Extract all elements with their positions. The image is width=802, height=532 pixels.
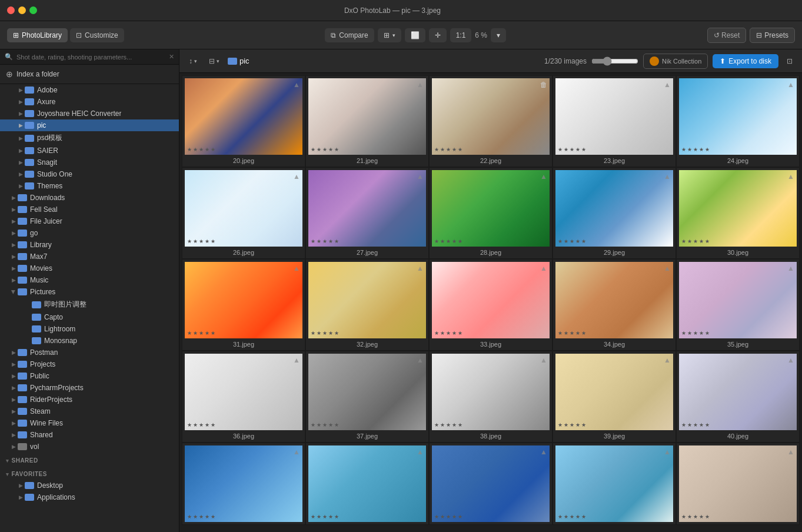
photo-cell[interactable]: ▲★★★★★ xyxy=(182,443,305,525)
photo-thumbnail: ▲★★★★★ xyxy=(432,262,550,338)
minimize-button[interactable] xyxy=(18,6,26,14)
sidebar-item-psd[interactable]: ▶ psd模板 xyxy=(0,131,179,145)
photo-cell[interactable]: ▲★★★★★29.jpeg xyxy=(553,167,676,259)
index-folder-button[interactable]: ⊕ Index a folder xyxy=(0,65,179,84)
photo-cell[interactable]: ▲★★★★★20.jpeg xyxy=(182,75,305,167)
fit-button[interactable]: ✛ xyxy=(429,28,447,42)
sidebar-item-pic[interactable]: ▶ pic xyxy=(0,119,179,131)
photo-badge-icon: ▲ xyxy=(664,264,671,272)
zoom-1to1-button[interactable]: 1:1 xyxy=(450,28,472,42)
photo-cell[interactable]: 🗑★★★★★22.jpeg xyxy=(429,75,553,167)
export-button[interactable]: ⬆ Export to disk xyxy=(713,54,778,68)
view-mode-button[interactable]: ⊞ ▾ xyxy=(378,28,401,42)
sidebar-item-riderprojects[interactable]: ▶ RiderProjects xyxy=(0,394,179,405)
photo-thumbnail: ▲★★★★★ xyxy=(185,78,302,155)
sidebar-item-monosnap[interactable]: Monosnap xyxy=(0,335,179,347)
sidebar-item-lightroom[interactable]: Lightroom xyxy=(0,323,179,335)
photo-cell[interactable]: ▲★★★★★23.jpeg xyxy=(553,75,676,167)
photo-cell[interactable]: ▲★★★★★ xyxy=(676,443,800,525)
reset-button[interactable]: ↺ Reset xyxy=(707,28,747,43)
sidebar-item-applications[interactable]: ▶ Applications xyxy=(0,491,179,503)
sidebar-item-winefiles[interactable]: ▶ Wine Files xyxy=(0,417,179,429)
photo-cell[interactable]: ▲★★★★★38.jpeg xyxy=(429,351,553,443)
customize-tab[interactable]: ⊡ Customize xyxy=(70,28,124,42)
folder-icon xyxy=(18,277,27,284)
folder-icon xyxy=(25,110,34,117)
photo-cell[interactable]: ▲★★★★★26.jpeg xyxy=(182,167,305,259)
sidebar-item-pictures[interactable]: ▶ Pictures xyxy=(0,286,179,298)
photo-cell[interactable]: ▲★★★★★40.jpeg xyxy=(676,351,800,443)
presets-icon: ⊟ xyxy=(756,31,762,39)
sidebar-item-movies[interactable]: ▶ Movies xyxy=(0,262,179,274)
photo-cell[interactable]: ▲★★★★★34.jpeg xyxy=(553,259,676,351)
sidebar-item-steam[interactable]: ▶ Steam xyxy=(0,405,179,417)
sidebar-item-pycharmprojects[interactable]: ▶ PycharmProjects xyxy=(0,382,179,394)
sort-button[interactable]: ↕ ▾ xyxy=(185,55,201,67)
sidebar-item-projects[interactable]: ▶ Projects xyxy=(0,358,179,370)
sidebar-item-filejuicer[interactable]: ▶ File Juicer xyxy=(0,215,179,227)
sidebar-item-max7[interactable]: ▶ Max7 xyxy=(0,251,179,262)
sidebar-item-go[interactable]: ▶ go xyxy=(0,227,179,239)
close-button[interactable] xyxy=(7,6,15,14)
sidebar-item-joyoshare[interactable]: ▶ Joyoshare HEIC Converter xyxy=(0,108,179,119)
zoom-range-input[interactable] xyxy=(591,56,638,66)
star: ★ xyxy=(693,238,698,244)
star: ★ xyxy=(458,147,462,152)
sidebar-item-shared[interactable]: ▶ Shared xyxy=(0,429,179,441)
sidebar-item-studioone[interactable]: ▶ Studio One xyxy=(0,168,179,180)
sidebar-item-jishi[interactable]: 即时图片调整 xyxy=(0,298,179,311)
clear-search-button[interactable]: ✕ xyxy=(169,53,174,61)
photo-badge-icon: ▲ xyxy=(417,81,424,89)
photo-cell[interactable]: ▲★★★★★32.jpeg xyxy=(305,259,429,351)
sidebar-item-library[interactable]: ▶ Library xyxy=(0,239,179,251)
photo-cell[interactable]: ▲★★★★★ xyxy=(305,443,429,525)
photo-badge-icon: ▲ xyxy=(417,264,424,272)
sidebar-item-fellseal[interactable]: ▶ Fell Seal xyxy=(0,204,179,215)
zoom-dropdown-button[interactable]: ▾ xyxy=(491,28,506,42)
sidebar-item-snagit[interactable]: ▶ Snagit xyxy=(0,157,179,168)
sidebar-item-adobe[interactable]: ▶ Adobe xyxy=(0,84,179,96)
single-view-button[interactable]: ⬜ xyxy=(405,28,425,42)
tree-arrow: ▶ xyxy=(16,134,25,142)
photo-cell[interactable]: ▲★★★★★30.jpeg xyxy=(676,167,800,259)
star: ★ xyxy=(581,422,586,428)
sidebar-item-themes[interactable]: ▶ Themes xyxy=(0,180,179,192)
tree-arrow: ▶ xyxy=(9,252,18,261)
filter-button[interactable]: ⊟ ▾ xyxy=(205,55,223,67)
sidebar-item-saier[interactable]: ▶ SAIER xyxy=(0,145,179,157)
photo-library-tab[interactable]: ⊞ PhotoLibrary xyxy=(7,28,68,42)
sidebar-item-capto[interactable]: Capto xyxy=(0,311,179,323)
photo-label: 39.jpeg xyxy=(604,433,625,440)
photo-cell[interactable]: ▲★★★★★28.jpeg xyxy=(429,167,553,259)
compare-button[interactable]: ⧉ Compare xyxy=(325,28,374,42)
photo-cell[interactable]: ▲★★★★★ xyxy=(429,443,553,525)
nik-collection-button[interactable]: Nik Collection xyxy=(643,54,708,69)
photo-cell[interactable]: ▲★★★★★36.jpeg xyxy=(182,351,305,443)
photo-cell[interactable]: ▲★★★★★39.jpeg xyxy=(553,351,676,443)
sidebar-item-public[interactable]: ▶ Public xyxy=(0,370,179,382)
presets-button[interactable]: ⊟ Presets xyxy=(750,28,795,43)
sidebar-item-music[interactable]: ▶ Music xyxy=(0,274,179,286)
photo-cell[interactable]: ▲★★★★★37.jpeg xyxy=(305,351,429,443)
photo-cell[interactable]: ▲★★★★★27.jpeg xyxy=(305,167,429,259)
star-rating: ★★★★★ xyxy=(434,147,462,152)
photo-cell[interactable]: ▲★★★★★24.jpeg xyxy=(676,75,800,167)
photo-cell[interactable]: ▲★★★★★21.jpeg xyxy=(305,75,429,167)
search-input[interactable] xyxy=(16,54,169,61)
photo-cell[interactable]: ▲★★★★★35.jpeg xyxy=(676,259,800,351)
star: ★ xyxy=(199,330,204,336)
star: ★ xyxy=(699,514,704,520)
maximize-button[interactable] xyxy=(29,6,37,14)
photo-cell[interactable]: ▲★★★★★31.jpeg xyxy=(182,259,305,351)
more-options-button[interactable]: ⊡ xyxy=(783,55,796,67)
sidebar-item-postman[interactable]: ▶ Postman xyxy=(0,347,179,358)
photo-label: 38.jpeg xyxy=(480,433,501,440)
sidebar-item-downloads[interactable]: ▶ Downloads xyxy=(0,192,179,204)
sidebar-item-axure[interactable]: ▶ Axure xyxy=(0,96,179,108)
photo-cell[interactable]: ▲★★★★★ xyxy=(553,443,676,525)
sidebar-item-desktop[interactable]: ▶ Desktop xyxy=(0,480,179,491)
star: ★ xyxy=(434,514,439,520)
sidebar-item-vol[interactable]: ▶ vol xyxy=(0,441,179,453)
photo-cell[interactable]: ▲★★★★★33.jpeg xyxy=(429,259,553,351)
star: ★ xyxy=(564,238,568,244)
